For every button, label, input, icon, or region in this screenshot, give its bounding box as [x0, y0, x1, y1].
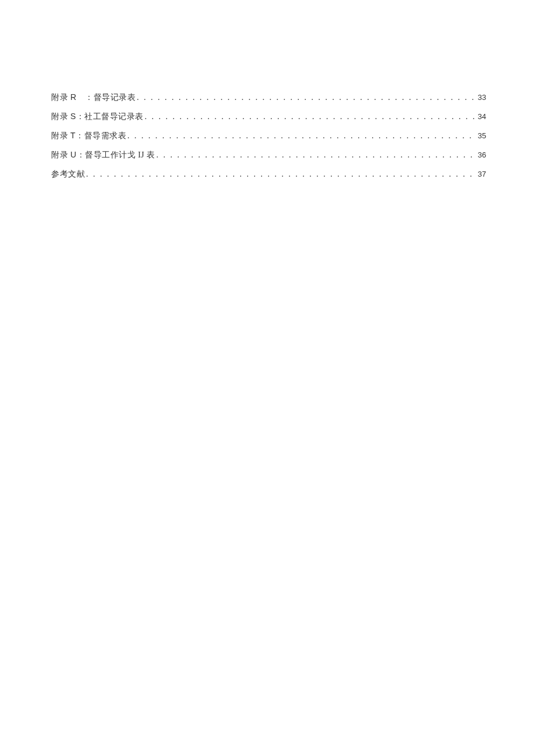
toc-entry: 附录 T：督导需求表 . . . . . . . . . . . . . . .…: [51, 131, 486, 140]
toc-leader-dots: . . . . . . . . . . . . . . . . . . . . …: [127, 132, 476, 140]
toc-label: 附录 U：督导工作计戈 IJ 表: [51, 151, 155, 159]
document-page: 附录 R ：督导记录表 . . . . . . . . . . . . . . …: [0, 0, 535, 178]
toc-entry: 参考文献 . . . . . . . . . . . . . . . . . .…: [51, 170, 486, 178]
toc-entry: 附录 U：督导工作计戈 IJ 表 . . . . . . . . . . . .…: [51, 151, 486, 159]
toc-label: 附录 S：社工督导记录表: [51, 112, 144, 121]
toc-page-number: 33: [478, 94, 486, 101]
toc-page-number: 34: [478, 113, 486, 120]
toc-label: 参考文献: [51, 170, 85, 178]
toc-label: 附录 R ：督导记录表: [51, 93, 135, 102]
toc-leader-dots: . . . . . . . . . . . . . . . . . . . . …: [137, 94, 476, 102]
toc-leader-dots: . . . . . . . . . . . . . . . . . . . . …: [156, 151, 477, 159]
toc-label: 附录 T：督导需求表: [51, 131, 126, 140]
toc-leader-dots: . . . . . . . . . . . . . . . . . . . . …: [86, 170, 477, 178]
toc-entry: 附录 S：社工督导记录表 . . . . . . . . . . . . . .…: [51, 112, 486, 121]
toc-page-number: 36: [478, 151, 486, 159]
toc-leader-dots: . . . . . . . . . . . . . . . . . . . . …: [145, 113, 477, 121]
toc-entry: 附录 R ：督导记录表 . . . . . . . . . . . . . . …: [51, 93, 486, 102]
toc-page-number: 37: [478, 170, 486, 178]
toc-page-number: 35: [478, 132, 486, 139]
